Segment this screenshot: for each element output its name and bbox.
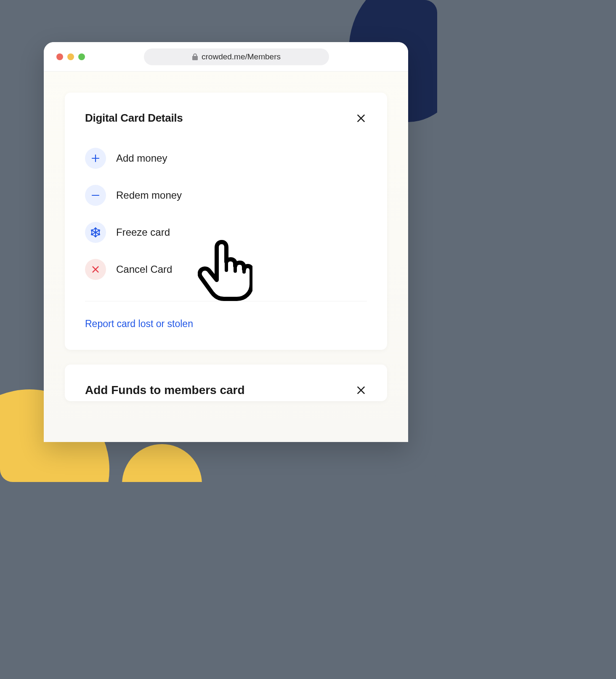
report-lost-stolen-link[interactable]: Report card lost or stolen — [85, 318, 367, 330]
panel-header: Digital Card Details — [85, 112, 367, 125]
action-label: Cancel Card — [116, 264, 172, 275]
close-button[interactable] — [355, 384, 367, 396]
action-label: Add money — [116, 152, 167, 164]
add-money-button[interactable]: Add money — [85, 148, 367, 169]
browser-content: Digital Card Details Add money — [44, 72, 408, 442]
panel-title: Digital Card Details — [85, 112, 183, 125]
lock-icon — [192, 53, 198, 60]
decorative-blob-yellow-small — [122, 444, 202, 482]
action-label: Redem money — [116, 189, 182, 201]
snowflake-icon — [85, 222, 106, 243]
browser-bar: crowded.me/Members — [44, 42, 408, 72]
cancel-card-button[interactable]: Cancel Card — [85, 259, 367, 280]
close-button[interactable] — [355, 112, 367, 124]
close-icon — [356, 385, 366, 396]
redeem-money-button[interactable]: Redem money — [85, 185, 367, 206]
panel-title: Add Funds to members card — [85, 383, 245, 397]
minimize-window-button[interactable] — [67, 53, 74, 60]
background-container: crowded.me/Members Digital Card Details — [0, 0, 437, 482]
browser-window: crowded.me/Members Digital Card Details — [44, 42, 408, 442]
action-list: Add money Redem money Freeze card — [85, 148, 367, 301]
plus-icon — [85, 148, 106, 169]
action-label: Freeze card — [116, 226, 170, 238]
address-bar[interactable]: crowded.me/Members — [144, 48, 329, 65]
traffic-lights — [56, 53, 85, 60]
digital-card-panel: Digital Card Details Add money — [65, 93, 387, 350]
add-funds-panel: Add Funds to members card — [65, 365, 387, 401]
maximize-window-button[interactable] — [78, 53, 85, 60]
close-window-button[interactable] — [56, 53, 63, 60]
x-icon — [85, 259, 106, 280]
close-icon — [356, 113, 366, 124]
minus-icon — [85, 185, 106, 206]
freeze-card-button[interactable]: Freeze card — [85, 222, 367, 243]
url-text: crowded.me/Members — [202, 52, 281, 61]
